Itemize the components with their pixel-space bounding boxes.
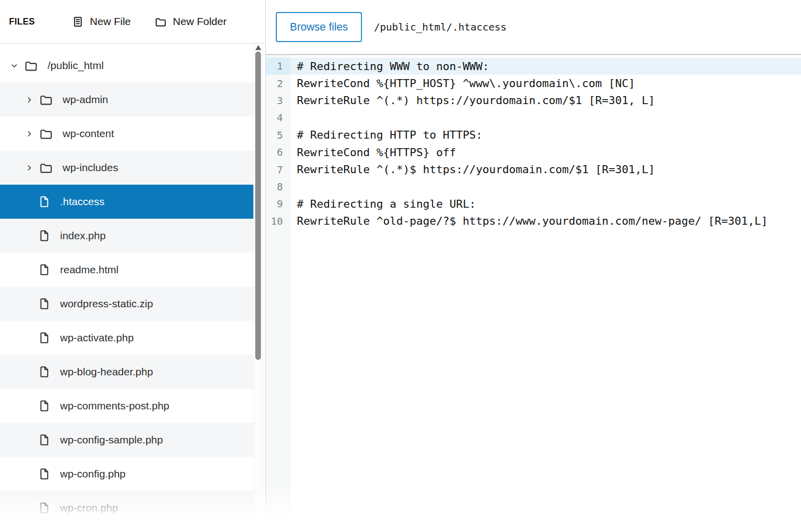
code-line[interactable]: 3 RewriteRule ^(.*) https://yourdomain.c… <box>266 92 801 109</box>
new-file-button[interactable]: New File <box>72 16 131 28</box>
chevron-down-icon <box>10 62 19 70</box>
tree-file-wp-config-sample-php[interactable]: wp-config-sample.php <box>0 423 253 457</box>
code-line[interactable]: 8 <box>266 178 801 195</box>
tree-file-wp-activate-php[interactable]: wp-activate.php <box>0 321 253 355</box>
code-line-text: RewriteRule ^(.*) https://yourdomain.com… <box>290 94 801 107</box>
tree-item-label: wp-admin <box>63 94 108 106</box>
file-icon <box>38 501 51 515</box>
sidebar-header: FILES New File New Folder <box>0 0 265 44</box>
code-line[interactable]: 7 RewriteRule ^(.*)$ https://yourdomain.… <box>266 161 801 178</box>
new-folder-button[interactable]: New Folder <box>155 16 226 28</box>
tree-item-label: wp-cron.php <box>60 502 118 514</box>
new-file-icon <box>72 16 84 28</box>
tree-item-label: wp-config.php <box>60 468 126 480</box>
folder-icon <box>39 127 53 140</box>
tree-folder-wp-includes[interactable]: wp-includes <box>0 151 253 185</box>
line-number: 2 <box>266 75 290 92</box>
code-line-text: RewriteCond %{HTTPS} off <box>290 146 801 159</box>
line-number: 10 <box>266 213 290 230</box>
code-line[interactable]: 6 RewriteCond %{HTTPS} off <box>266 144 801 161</box>
new-folder-label: New Folder <box>173 16 226 28</box>
tree-folder-wp-content[interactable]: wp-content <box>0 117 253 151</box>
folder-icon <box>24 59 38 72</box>
code-line-text: RewriteCond %{HTTP_HOST} ^www\.yourdomai… <box>290 77 801 90</box>
tree-item-label: wp-comments-post.php <box>60 400 169 412</box>
code-line[interactable]: 1 # Redirecting WWW to non-WWW: <box>266 58 801 75</box>
scroll-up-arrow[interactable] <box>255 45 261 50</box>
code-line[interactable]: 9 # Redirecting a single URL: <box>266 195 801 212</box>
tree-item-label: wp-includes <box>63 162 118 174</box>
file-tree: /public_html wp-admin wp-content wp <box>0 44 253 525</box>
editor-panel: Browse files /public_html/.htaccess 1 # … <box>265 0 801 532</box>
file-icon <box>38 263 51 277</box>
line-number: 6 <box>266 144 290 161</box>
line-number: 1 <box>266 58 290 75</box>
code-line[interactable]: 10 RewriteRule ^old-page/?$ https://www.… <box>266 213 801 230</box>
line-number: 9 <box>266 195 290 212</box>
tree-file-wp-cron-php[interactable]: wp-cron.php <box>0 491 253 525</box>
tree-item-label: wp-content <box>63 128 114 140</box>
new-folder-icon <box>155 16 166 28</box>
file-icon <box>38 229 51 243</box>
line-number: 8 <box>266 178 290 195</box>
tree-item-label: /public_html <box>48 60 104 72</box>
file-icon <box>38 467 51 481</box>
file-icon <box>38 195 51 209</box>
scrollbar-thumb[interactable] <box>255 52 261 360</box>
file-icon <box>38 331 51 345</box>
tree-item-label: wp-config-sample.php <box>60 434 163 446</box>
chevron-right-icon <box>25 130 34 138</box>
code-line-text: # Redirecting HTTP to HTTPS: <box>290 129 801 141</box>
sidebar-scrollbar[interactable] <box>254 44 263 532</box>
line-number: 4 <box>266 109 290 126</box>
code-lines: 1 # Redirecting WWW to non-WWW: 2 Rewrit… <box>266 58 801 230</box>
tree-file-wordpress-static-zip[interactable]: wordpress-static.zip <box>0 287 253 321</box>
files-heading: FILES <box>9 17 35 27</box>
chevron-right-icon <box>25 96 34 104</box>
tree-file-htaccess[interactable]: .htaccess <box>0 185 253 219</box>
new-file-label: New File <box>90 16 131 28</box>
code-line-text: # Redirecting WWW to non-WWW: <box>290 60 801 73</box>
file-icon <box>38 365 51 379</box>
tree-file-wp-blog-header-php[interactable]: wp-blog-header.php <box>0 355 253 389</box>
tree-item-label: .htaccess <box>60 196 105 208</box>
code-line[interactable]: 2 RewriteCond %{HTTP_HOST} ^www\.yourdom… <box>266 75 801 92</box>
line-number: 5 <box>266 127 290 144</box>
file-path: /public_html/.htaccess <box>374 21 507 33</box>
tree-item-label: wp-activate.php <box>60 332 134 344</box>
line-number: 7 <box>266 161 290 178</box>
file-icon <box>38 433 51 447</box>
tree-file-index-php[interactable]: index.php <box>0 219 253 253</box>
code-line-text: RewriteRule ^old-page/?$ https://www.you… <box>290 215 801 227</box>
code-line[interactable]: 4 <box>266 109 801 126</box>
tree-folder-public-html[interactable]: /public_html <box>0 49 253 83</box>
tree-file-wp-config-php[interactable]: wp-config.php <box>0 457 253 491</box>
tree-file-wp-comments-post-php[interactable]: wp-comments-post.php <box>0 389 253 423</box>
browse-files-button[interactable]: Browse files <box>276 12 362 42</box>
tree-file-readme-html[interactable]: readme.html <box>0 253 253 287</box>
file-icon <box>38 399 51 413</box>
tree-item-label: readme.html <box>60 264 119 276</box>
tree-item-label: wp-blog-header.php <box>60 366 153 378</box>
folder-icon <box>39 93 53 106</box>
tree-item-label: wordpress-static.zip <box>60 298 153 310</box>
folder-icon <box>39 161 53 174</box>
tree-item-label: index.php <box>60 230 106 242</box>
code-editor[interactable]: 1 # Redirecting WWW to non-WWW: 2 Rewrit… <box>266 55 801 532</box>
editor-header: Browse files /public_html/.htaccess <box>266 0 801 55</box>
file-icon <box>38 297 51 311</box>
code-line-text: # Redirecting a single URL: <box>290 198 801 210</box>
file-manager-app: FILES New File New Folder /public_html <box>0 0 801 532</box>
line-number: 3 <box>266 92 290 109</box>
chevron-right-icon <box>25 164 34 172</box>
tree-folder-wp-admin[interactable]: wp-admin <box>0 83 253 117</box>
code-line[interactable]: 5 # Redirecting HTTP to HTTPS: <box>266 127 801 144</box>
sidebar: FILES New File New Folder /public_html <box>0 0 265 532</box>
code-line-text: RewriteRule ^(.*)$ https://yourdomain.co… <box>290 163 801 176</box>
